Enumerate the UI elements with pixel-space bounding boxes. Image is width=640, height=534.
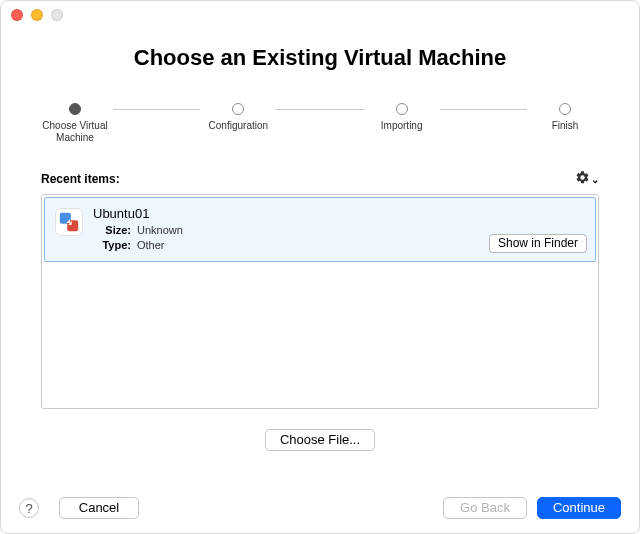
recent-items-header: Recent items: ⌄ — [1, 170, 639, 188]
step-finish: Finish — [527, 103, 603, 132]
page-title: Choose an Existing Virtual Machine — [1, 45, 639, 71]
recent-item-name: Ubuntu01 — [93, 206, 585, 221]
step-label: Finish — [552, 120, 579, 132]
show-in-finder-button[interactable]: Show in Finder — [489, 234, 587, 253]
vm-file-icon — [55, 208, 83, 236]
step-choose-vm: Choose Virtual Machine — [37, 103, 113, 144]
gear-icon — [575, 170, 590, 188]
titlebar — [1, 1, 639, 29]
help-icon: ? — [25, 501, 32, 516]
dialog-window: Choose an Existing Virtual Machine Choos… — [0, 0, 640, 534]
recent-item-type-label: Type: — [93, 239, 131, 251]
step-dot-icon — [232, 103, 244, 115]
dialog-footer: ? Cancel Go Back Continue — [1, 497, 639, 519]
help-button[interactable]: ? — [19, 498, 39, 518]
step-label: Choose Virtual Machine — [42, 120, 107, 144]
step-dot-icon — [559, 103, 571, 115]
step-importing: Importing — [364, 103, 440, 132]
step-label: Configuration — [209, 120, 268, 132]
step-connector — [276, 109, 363, 110]
recent-item-type-value: Other — [137, 239, 165, 251]
recent-items-list[interactable]: Ubuntu01 Size: Unknown Type: Other Show … — [41, 194, 599, 409]
step-dot-icon — [396, 103, 408, 115]
continue-button[interactable]: Continue — [537, 497, 621, 519]
step-configuration: Configuration — [200, 103, 276, 132]
choose-file-button[interactable]: Choose File... — [265, 429, 375, 451]
recent-items-label: Recent items: — [41, 172, 120, 186]
step-connector — [113, 109, 200, 110]
cancel-button[interactable]: Cancel — [59, 497, 139, 519]
step-label: Importing — [381, 120, 423, 132]
wizard-stepper: Choose Virtual Machine Configuration Imp… — [1, 103, 639, 144]
recent-item-size-value: Unknown — [137, 224, 183, 236]
window-minimize-button[interactable] — [31, 9, 43, 21]
step-connector — [440, 109, 527, 110]
recent-item[interactable]: Ubuntu01 Size: Unknown Type: Other Show … — [44, 197, 596, 262]
choose-file-row: Choose File... — [1, 429, 639, 451]
chevron-down-icon: ⌄ — [591, 174, 599, 185]
window-close-button[interactable] — [11, 9, 23, 21]
step-dot-icon — [69, 103, 81, 115]
recent-item-size-label: Size: — [93, 224, 131, 236]
recent-items-options-button[interactable]: ⌄ — [575, 170, 599, 188]
window-zoom-button — [51, 9, 63, 21]
go-back-button: Go Back — [443, 497, 527, 519]
